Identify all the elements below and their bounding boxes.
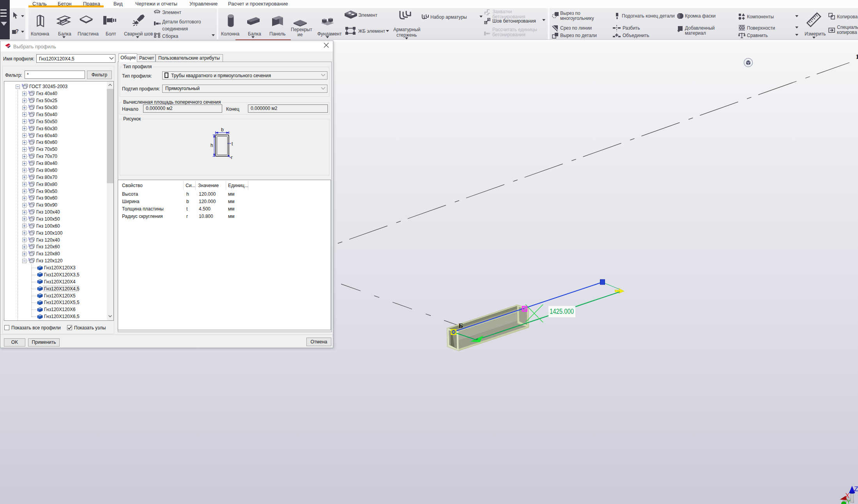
svg-text:t: t (232, 141, 233, 147)
svg-text:b: b (221, 127, 224, 133)
svg-text:Б: Б (459, 322, 463, 329)
svg-text:1: 1 (856, 53, 858, 60)
svg-text:r: r (231, 155, 233, 159)
svg-text:h: h (211, 143, 213, 148)
svg-text:1425.000: 1425.000 (550, 308, 574, 315)
svg-text:Z: Z (854, 485, 858, 493)
svg-text:Y: Y (847, 498, 851, 504)
